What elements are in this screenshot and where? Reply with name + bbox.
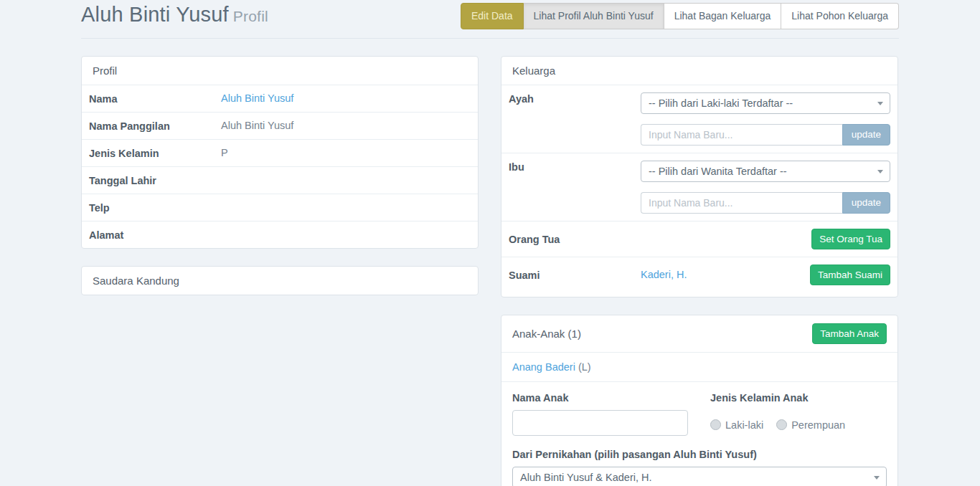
lihat-bagan-button[interactable]: Lihat Bagan Keluarga <box>664 3 782 29</box>
row-label: Telp <box>89 201 221 214</box>
ibu-select[interactable]: -- Pilih dari Wanita Terdaftar -- <box>641 161 890 182</box>
perempuan-radio[interactable] <box>776 419 787 430</box>
view-switcher: Edit Data Lihat Profil Aluh Binti Yusuf … <box>461 3 899 29</box>
profil-panel-title: Profil <box>82 57 478 85</box>
ayah-select[interactable]: -- Pilih dari Laki-laki Terdaftar -- <box>641 92 890 114</box>
suami-row: Suami Kaderi, H. Tambah Suami <box>501 257 897 297</box>
perempuan-radio-label: Perempuan <box>791 419 845 431</box>
person-name: Aluh Binti Yusuf <box>81 3 229 26</box>
table-row: Tanggal Lahir <box>82 166 478 194</box>
table-row: Nama Aluh Binti Yusuf <box>82 85 478 112</box>
page-header: Aluh Binti YusufProfil Edit Data Lihat P… <box>81 0 899 39</box>
ibu-new-name-input[interactable] <box>641 192 842 214</box>
keluarga-panel: Keluarga Ayah -- Pilih dari Laki-laki Te… <box>501 56 898 297</box>
dari-pernikahan-label: Dari Pernikahan (pilih pasangan Aluh Bin… <box>512 449 887 460</box>
child-gender: (L) <box>575 361 591 373</box>
table-row: Alamat <box>82 221 478 248</box>
orang-tua-row: Orang Tua Set Orang Tua <box>501 221 897 257</box>
suami-link[interactable]: Kaderi, H. <box>641 269 687 280</box>
nama-link[interactable]: Aluh Binti Yusuf <box>221 92 293 104</box>
row-value: P <box>221 147 228 159</box>
page-title: Aluh Binti YusufProfil <box>81 3 268 27</box>
page-container: Aluh Binti YusufProfil Edit Data Lihat P… <box>81 0 899 486</box>
row-label: Jenis Kelamin <box>89 147 221 159</box>
edit-data-button[interactable]: Edit Data <box>461 3 524 29</box>
row-label: Nama Panggilan <box>89 120 221 132</box>
ayah-row: Ayah -- Pilih dari Laki-laki Terdaftar -… <box>501 85 897 153</box>
right-column: Keluarga Ayah -- Pilih dari Laki-laki Te… <box>501 56 898 486</box>
laki-laki-radio-label: Laki-laki <box>725 419 763 431</box>
anak-anak-header: Anak-Anak (1) Tambah Anak <box>501 315 897 352</box>
ayah-update-button[interactable]: update <box>842 124 890 146</box>
nama-anak-label: Nama Anak <box>512 392 688 404</box>
nama-anak-input[interactable] <box>512 410 688 436</box>
ayah-new-name-input[interactable] <box>641 124 842 146</box>
laki-laki-radio[interactable] <box>710 419 721 430</box>
list-item: Anang Baderi (L) <box>501 352 897 381</box>
row-value: Aluh Binti Yusuf <box>221 120 293 132</box>
saudara-kandung-panel: Saudara Kandung <box>81 266 479 295</box>
saudara-kandung-title: Saudara Kandung <box>82 267 478 295</box>
row-label: Alamat <box>89 229 221 241</box>
ibu-row: Ibu -- Pilih dari Wanita Terdaftar -- up… <box>501 153 897 221</box>
anak-anak-panel: Anak-Anak (1) Tambah Anak Anang Baderi (… <box>501 315 898 486</box>
table-row: Jenis Kelamin P <box>82 139 478 166</box>
row-label: Tanggal Lahir <box>89 174 221 186</box>
jenis-kelamin-anak-label: Jenis Kelamin Anak <box>710 392 845 404</box>
row-label: Ibu <box>509 161 641 214</box>
row-label: Nama <box>89 92 221 105</box>
lihat-profil-button[interactable]: Lihat Profil Aluh Binti Yusuf <box>524 3 664 29</box>
tambah-anak-header-button[interactable]: Tambah Anak <box>812 323 887 344</box>
ibu-update-button[interactable]: update <box>842 192 890 214</box>
lihat-pohon-button[interactable]: Lihat Pohon Keluarga <box>781 3 899 29</box>
keluarga-panel-title: Keluarga <box>501 57 897 85</box>
row-label: Ayah <box>509 92 641 146</box>
row-label: Orang Tua <box>509 233 641 245</box>
tambah-suami-button[interactable]: Tambah Suami <box>810 265 890 285</box>
child-link[interactable]: Anang Baderi <box>512 361 575 373</box>
left-column: Profil Nama Aluh Binti Yusuf Nama Panggi… <box>81 56 479 486</box>
page-subtitle: Profil <box>233 8 268 24</box>
anak-anak-title: Anak-Anak (1) <box>512 328 581 340</box>
add-child-form: Nama Anak Jenis Kelamin Anak Laki-laki <box>501 381 897 486</box>
table-row: Telp <box>82 194 478 221</box>
pernikahan-select[interactable]: Aluh Binti Yusuf & Kaderi, H. <box>512 467 887 486</box>
table-row: Nama Panggilan Aluh Binti Yusuf <box>82 112 478 139</box>
row-label: Suami <box>509 269 641 281</box>
set-orang-tua-button[interactable]: Set Orang Tua <box>811 229 890 249</box>
profil-panel: Profil Nama Aluh Binti Yusuf Nama Panggi… <box>81 56 479 249</box>
